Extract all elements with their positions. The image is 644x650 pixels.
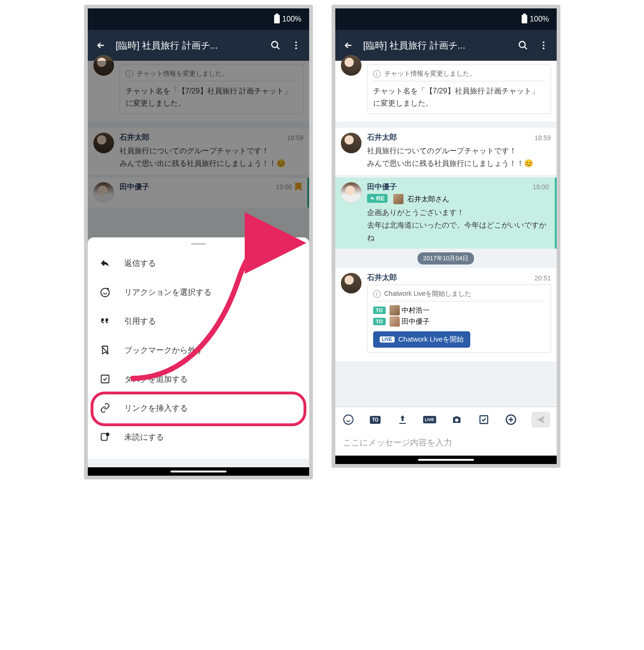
battery-level: 100% — [530, 15, 549, 23]
system-header: i チャット情報を変更しました。 — [373, 70, 545, 81]
live-icon[interactable]: LIVE — [423, 413, 436, 426]
svg-point-2 — [295, 44, 297, 46]
sheet-item-label: ブックマークから外す — [124, 345, 204, 356]
sender-name: 田中優子 — [367, 182, 397, 192]
status-bar: 100% — [335, 8, 557, 30]
svg-point-13 — [455, 419, 458, 422]
app-bar: [臨時] 社員旅行 計画チ... — [335, 30, 557, 61]
nav-bar — [335, 456, 557, 464]
plus-icon[interactable] — [504, 413, 517, 426]
message[interactable]: 石井太郎 20:51 i Chatwork Liveを開始しました TO 中村浩… — [335, 268, 557, 361]
quote-icon — [99, 315, 111, 327]
to-icon[interactable]: TO — [369, 413, 382, 426]
to-badge: TO — [373, 318, 386, 325]
more-icon[interactable] — [290, 40, 302, 51]
svg-point-8 — [519, 42, 525, 48]
input-bar: TO LIVE ここにメッセージ内容を入力 — [335, 407, 557, 456]
to-name: 田中優子 — [402, 317, 430, 326]
back-icon[interactable] — [95, 40, 106, 51]
message-text: 企画ありがとうございます！ 去年は北海道にいったので、今年はどこがいいですかね — [367, 206, 549, 244]
battery-icon — [274, 15, 280, 23]
sender-name: 石井太郎 — [367, 273, 397, 283]
sheet-item-label: タスクを追加する — [124, 374, 188, 385]
bookmark-remove-icon — [99, 344, 111, 356]
live-header: i Chatwork Liveを開始しました — [373, 290, 545, 301]
unread-icon — [99, 431, 111, 443]
to-row: TO 田中優子 — [373, 316, 545, 327]
search-icon[interactable] — [517, 40, 529, 51]
link-icon — [99, 402, 111, 414]
mini-avatar — [389, 316, 400, 327]
message-time: 18:59 — [534, 134, 551, 142]
upload-icon[interactable] — [396, 413, 409, 426]
sheet-unread[interactable]: 未読にする — [88, 422, 309, 451]
sheet-handle[interactable] — [191, 243, 206, 245]
sheet-task[interactable]: タスクを追加する — [88, 364, 309, 393]
avatar — [341, 133, 361, 153]
sheet-reaction[interactable]: リアクションを選択する — [88, 278, 309, 307]
svg-point-12 — [344, 415, 353, 424]
sheet-quote[interactable]: 引用する — [88, 307, 309, 336]
app-bar: [臨時] 社員旅行 計画チ... — [88, 30, 309, 61]
sheet-item-label: リアクションを選択する — [124, 287, 212, 298]
sheet-link[interactable]: リンクを挿入する — [88, 393, 309, 422]
chat-body: i チャット情報を変更しました。 チャット名を「【7/29】社員旅行 計画チャッ… — [88, 61, 309, 467]
sender-name: 石井太郎 — [367, 133, 397, 143]
input-toolbar: TO LIVE — [335, 407, 557, 432]
svg-point-9 — [543, 42, 545, 43]
sheet-unbookmark[interactable]: ブックマークから外す — [88, 336, 309, 364]
system-notice: i チャット情報を変更しました。 チャット名を「【7/29】社員旅行 計画チャッ… — [335, 61, 557, 121]
svg-rect-5 — [101, 375, 109, 383]
sheet-item-label: 引用する — [124, 316, 156, 327]
svg-point-0 — [271, 42, 277, 48]
date-separator: 2017年10月04日 — [418, 252, 474, 264]
page-title: [臨時] 社員旅行 計画チ... — [116, 39, 270, 52]
phone-left: 100% [臨時] 社員旅行 計画チ... i チャット情報を変更しました。 チ… — [84, 5, 313, 479]
info-icon: i — [373, 290, 381, 298]
to-row: TO 中村浩一 — [373, 305, 545, 315]
system-box: i チャット情報を変更しました。 チャット名を「【7/29】社員旅行 計画チャッ… — [367, 64, 551, 114]
live-box: i Chatwork Liveを開始しました TO 中村浩一 TO 田中優子 — [367, 285, 551, 353]
task-icon[interactable] — [477, 413, 490, 426]
sheet-reply[interactable]: 返信する — [88, 249, 309, 278]
svg-point-7 — [106, 433, 109, 436]
live-header-text: Chatwork Liveを開始しました — [384, 290, 472, 298]
avatar — [341, 55, 361, 76]
live-button-label: Chatwork Liveを開始 — [398, 335, 464, 344]
emoji-icon[interactable] — [342, 413, 355, 426]
system-body: チャット名を「【7/29】社員旅行 計画チャット」に変更しました。 — [373, 85, 545, 109]
search-icon[interactable] — [270, 40, 281, 51]
more-icon[interactable] — [538, 40, 549, 51]
sheet-item-label: 返信する — [124, 258, 156, 269]
to-name: 中村浩一 — [402, 306, 430, 315]
back-icon[interactable] — [343, 40, 354, 51]
mini-avatar — [389, 305, 400, 315]
message-text: 社員旅行についてのグループチャットです！ みんで思い出に残る社員旅行にしましょう… — [367, 144, 551, 170]
phone-right: 100% [臨時] 社員旅行 計画チ... i チャット情報を変更しました。 チ… — [332, 5, 560, 468]
message-time: 20:51 — [534, 274, 551, 282]
avatar — [341, 182, 361, 203]
message-time: 19:00 — [532, 183, 549, 191]
message[interactable]: 石井太郎 18:59 社員旅行についてのグループチャットです！ みんで思い出に残… — [335, 128, 557, 174]
avatar — [341, 273, 361, 293]
battery-icon — [522, 15, 527, 23]
live-badge: LIVE — [380, 336, 395, 343]
battery-level: 100% — [283, 15, 302, 23]
svg-point-10 — [543, 44, 545, 46]
reply-to-name: 石井太郎さん — [407, 194, 449, 202]
smile-plus-icon — [99, 286, 111, 298]
message-input[interactable]: ここにメッセージ内容を入力 — [335, 432, 557, 456]
nav-bar — [88, 467, 309, 476]
live-start-button[interactable]: LIVE Chatwork Liveを開始 — [373, 331, 470, 348]
system-header-text: チャット情報を変更しました。 — [384, 70, 476, 78]
message-highlighted[interactable]: 田中優子 19:00 RE 石井太郎さん 企画ありがとうございます！ 去年は北海… — [335, 178, 557, 249]
status-bar: 100% — [88, 8, 309, 30]
sheet-item-label: 未読にする — [124, 432, 164, 443]
chat-body[interactable]: i チャット情報を変更しました。 チャット名を「【7/29】社員旅行 計画チャッ… — [335, 61, 557, 407]
camera-icon[interactable] — [450, 413, 463, 426]
reply-icon — [99, 257, 111, 269]
page-title: [臨時] 社員旅行 計画チ... — [363, 39, 517, 52]
re-badge: RE — [367, 194, 388, 203]
send-button[interactable] — [531, 412, 550, 428]
svg-point-3 — [295, 48, 297, 50]
